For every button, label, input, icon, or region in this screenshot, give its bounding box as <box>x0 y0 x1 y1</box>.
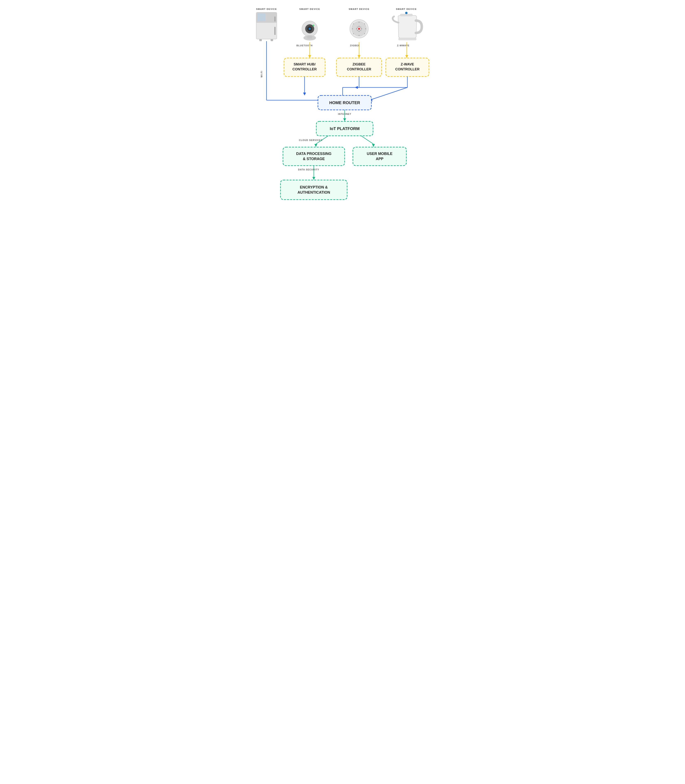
zigbee-controller-label1: ZIGBEE <box>352 62 365 66</box>
camera-led <box>313 25 314 26</box>
iot-data-tip <box>315 144 317 147</box>
data-processing-label2: & STORAGE <box>303 157 325 161</box>
sensor-alert <box>358 28 360 30</box>
sr4 <box>364 33 365 34</box>
camera-lens-center <box>309 28 311 30</box>
fridge-handle-bottom <box>274 27 276 35</box>
data-encrypt-tip <box>312 177 315 180</box>
sr7 <box>352 28 353 29</box>
sd6 <box>360 27 361 28</box>
user-mobile-app-label1: USER MOBILE <box>367 152 392 156</box>
zwave-controller-label1: Z-WAVE <box>401 62 414 66</box>
zigbee-controller-label2: CONTROLLER <box>347 67 371 71</box>
user-mobile-app-label2: APP <box>376 157 383 161</box>
kettle-body <box>398 15 417 38</box>
sr2 <box>364 23 365 24</box>
fridge-handle-top <box>274 16 276 21</box>
bluetooth-label: BLUETOOTH <box>296 44 313 47</box>
sd3 <box>356 28 357 29</box>
device4-label: SMART DEVICE <box>396 8 417 10</box>
sd4 <box>361 28 362 29</box>
zigbee-arrow-tip <box>358 55 360 58</box>
zigbee-label: ZIGBEE <box>350 44 360 47</box>
zwave-controller-label2: CONTROLLER <box>395 67 419 71</box>
sd1 <box>359 26 360 27</box>
cloud-services-label: CLOUD SERVICES <box>299 139 322 142</box>
kettle-spout <box>393 16 399 23</box>
smart-hub-label1: SMART HUB/ <box>294 62 315 66</box>
sd2 <box>359 31 360 32</box>
wifi-label: WI-FI <box>260 71 263 78</box>
device2-label: SMART DEVICE <box>299 8 320 10</box>
device1-label: SMART DEVICE <box>256 8 277 10</box>
data-processing-label1: DATA PROCESSING <box>296 152 331 156</box>
data-processing-box <box>283 147 345 166</box>
encryption-label2: AUTHENTICATION <box>297 190 330 194</box>
iot-app-tip <box>372 144 375 147</box>
sr3 <box>365 28 366 29</box>
user-mobile-app-box <box>353 147 406 166</box>
router-iot-tip <box>343 118 346 121</box>
diagram-container: SMART DEVICE SMART DEVICE SMART DEVICE S… <box>250 4 435 217</box>
iot-app-line <box>361 136 373 144</box>
home-router-label: HOME ROUTER <box>329 101 360 105</box>
sr6 <box>353 33 354 34</box>
hub-router-arrow-tip <box>303 93 306 96</box>
kettle-button <box>405 12 407 14</box>
camera-neck <box>307 36 312 39</box>
fridge-leg1 <box>259 39 262 41</box>
smart-hub-label2: CONTROLLER <box>292 67 317 71</box>
sr5 <box>359 35 359 36</box>
sr8 <box>353 23 354 24</box>
zwave-label: Z-WWAVE <box>397 44 409 47</box>
sr1 <box>359 22 359 23</box>
kettle-base <box>399 38 416 40</box>
fridge-screen <box>257 13 266 21</box>
device3-label: SMART DEVICE <box>349 8 369 10</box>
sd7 <box>357 30 358 31</box>
zwave-router-tip-hidden <box>355 86 358 89</box>
encryption-label1: ENCRYPTION & <box>300 185 328 189</box>
fridge-leg2 <box>271 39 273 41</box>
data-security-label: DATA SECURITY <box>298 168 319 171</box>
zwave-arrow-tip <box>405 55 408 58</box>
zwave-router-line3 <box>369 88 407 100</box>
sd5 <box>357 27 358 28</box>
encryption-box <box>281 180 347 200</box>
bluetooth-arrow-tip <box>308 55 311 58</box>
sd8 <box>360 30 361 31</box>
iot-platform-label: IoT PLATFORM <box>330 126 359 131</box>
